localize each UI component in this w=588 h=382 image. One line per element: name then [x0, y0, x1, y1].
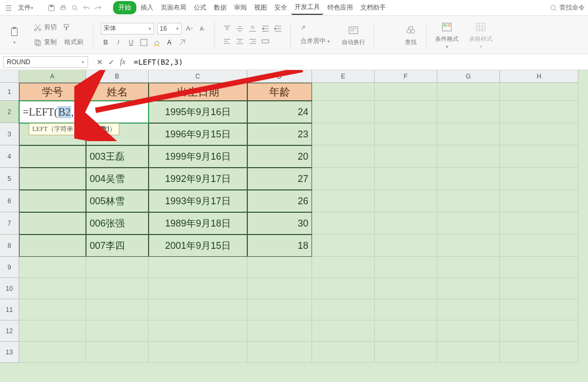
row-header-11[interactable]: 11 — [0, 299, 19, 320]
cell-F4[interactable] — [375, 145, 437, 168]
cell-B9[interactable] — [86, 257, 149, 278]
align-left-icon[interactable] — [222, 37, 232, 46]
row-header-4[interactable]: 4 — [0, 145, 19, 168]
col-header-A[interactable]: A — [19, 70, 86, 83]
cell-H4[interactable] — [500, 145, 578, 168]
cell-E12[interactable] — [312, 320, 375, 342]
redo-icon[interactable] — [93, 3, 103, 13]
name-box[interactable]: ROUND ▾ — [3, 56, 88, 68]
cell-D11[interactable] — [247, 299, 312, 320]
cell-B12[interactable] — [86, 320, 149, 342]
cell-F11[interactable] — [375, 299, 437, 320]
clear-icon[interactable] — [177, 38, 187, 47]
cell-F10[interactable] — [375, 278, 437, 299]
cell-A1[interactable]: 学号 — [19, 83, 86, 101]
menu-security[interactable]: 安全 — [271, 1, 290, 14]
cell-F7[interactable] — [375, 212, 437, 235]
cell-F3[interactable] — [375, 123, 437, 145]
cell-D1[interactable]: 年龄 — [247, 83, 312, 101]
menu-start[interactable]: 开始 — [113, 1, 136, 14]
cell-C10[interactable] — [149, 278, 247, 299]
cell-H9[interactable] — [500, 257, 578, 278]
cancel-formula-icon[interactable]: ✕ — [97, 58, 103, 66]
cell-B11[interactable] — [86, 299, 149, 320]
menu-pagelayout[interactable]: 页面布局 — [158, 1, 189, 14]
cell-G2[interactable] — [437, 101, 500, 123]
menu-view[interactable]: 视图 — [251, 1, 270, 14]
menu-special[interactable]: 特色应用 — [324, 1, 356, 14]
row-header-9[interactable]: 9 — [0, 257, 19, 278]
cell-G12[interactable] — [437, 320, 500, 342]
cell-A2[interactable]: =LEFT(B2,3) — [19, 101, 149, 123]
cell-G9[interactable] — [437, 257, 500, 278]
cell-A8[interactable] — [19, 235, 86, 257]
cell-C4[interactable]: 1999年9月16日 — [149, 145, 247, 168]
cell-B10[interactable] — [86, 278, 149, 299]
cell-E5[interactable] — [312, 168, 375, 190]
cell-C6[interactable]: 1993年9月17日 — [149, 190, 247, 212]
fontcolor-icon[interactable]: A — [165, 38, 174, 47]
cell-D9[interactable] — [247, 257, 312, 278]
merge-icon[interactable] — [261, 37, 270, 46]
shrink-font-icon[interactable]: A- — [197, 24, 207, 33]
cell-B4[interactable]: 003王磊 — [86, 145, 149, 168]
cell-C1[interactable]: 出生日期 — [149, 83, 247, 101]
cell-D4[interactable]: 20 — [247, 145, 312, 168]
cell-B1[interactable]: 姓名 — [86, 83, 149, 101]
cell-D7[interactable]: 30 — [247, 212, 312, 235]
cell-D10[interactable] — [247, 278, 312, 299]
cell-F2[interactable] — [375, 101, 437, 123]
cell-C7[interactable]: 1989年9月18日 — [149, 212, 247, 235]
formula-input[interactable] — [131, 56, 588, 68]
grow-font-icon[interactable]: A+ — [185, 24, 194, 33]
copy-button[interactable]: 复制 — [31, 37, 59, 48]
conditional-format-button[interactable]: 条件格式▾ — [431, 18, 463, 51]
menu-search[interactable]: 查找命令 — [550, 3, 585, 12]
valign-bot-icon[interactable] — [248, 24, 257, 33]
row-header-3[interactable]: 3 — [0, 123, 19, 145]
col-header-F[interactable]: F — [375, 70, 437, 83]
menu-dochelper[interactable]: 文档助手 — [357, 1, 389, 14]
undo-icon[interactable] — [81, 3, 92, 13]
cell-B5[interactable]: 004吴雪 — [86, 168, 149, 190]
cell-C11[interactable] — [149, 299, 247, 320]
cell-E8[interactable] — [312, 235, 375, 257]
wrap-text-button[interactable]: 自动换行 — [338, 21, 369, 48]
print-icon[interactable] — [58, 3, 68, 13]
cell-D3[interactable]: 23 — [247, 123, 312, 145]
bold-icon[interactable]: B — [101, 38, 110, 47]
col-header-G[interactable]: G — [437, 70, 500, 83]
underline-icon[interactable]: U — [126, 38, 136, 47]
cell-A6[interactable] — [19, 190, 86, 212]
cell-A13[interactable] — [19, 342, 86, 363]
cell-C5[interactable]: 1992年9月17日 — [149, 168, 247, 190]
align-center-icon[interactable] — [235, 37, 245, 46]
cell-D2[interactable]: 24 — [247, 101, 312, 123]
menu-formula[interactable]: 公式 — [191, 1, 210, 14]
valign-top-icon[interactable] — [222, 24, 232, 33]
cell-G3[interactable] — [437, 123, 500, 145]
cell-F1[interactable] — [375, 83, 437, 101]
cell-F9[interactable] — [375, 257, 437, 278]
merge-center-button[interactable]: 合并居中▾ — [298, 36, 332, 47]
col-header-B[interactable]: B — [86, 70, 149, 83]
select-all-corner[interactable] — [0, 70, 19, 83]
cell-F13[interactable] — [375, 342, 437, 363]
formatpainter-icon[interactable] — [62, 23, 72, 32]
cell-G11[interactable] — [437, 299, 500, 320]
cell-G4[interactable] — [437, 145, 500, 168]
cut-button[interactable]: 剪切 — [31, 22, 59, 33]
col-header-D[interactable]: D — [247, 70, 312, 83]
cell-F5[interactable] — [375, 168, 437, 190]
cell-H8[interactable] — [500, 235, 578, 257]
cell-A10[interactable] — [19, 278, 86, 299]
cell-C13[interactable] — [149, 342, 247, 363]
cell-G5[interactable] — [437, 168, 500, 190]
cell-F6[interactable] — [375, 190, 437, 212]
fx-icon[interactable]: fx — [120, 58, 125, 66]
orientation-icon[interactable]: ↗ — [298, 23, 308, 32]
cell-G10[interactable] — [437, 278, 500, 299]
cell-E10[interactable] — [312, 278, 375, 299]
valign-mid-icon[interactable] — [235, 24, 245, 33]
row-header-13[interactable]: 13 — [0, 342, 19, 363]
